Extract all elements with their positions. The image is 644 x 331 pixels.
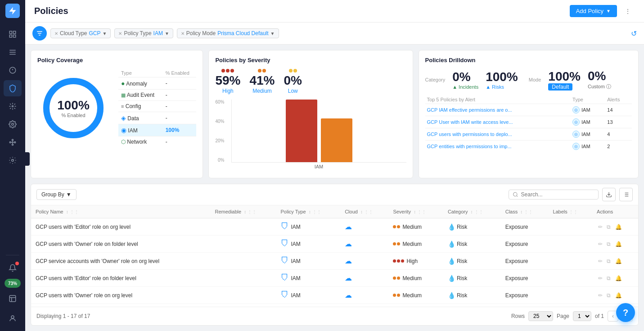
alert-action[interactable]: 🔔 [615, 275, 622, 281]
coverage-panel-title: Policy Coverage [37, 57, 196, 63]
filter-chip-policy-type[interactable]: ✕ Policy Type IAM ▼ [114, 28, 173, 38]
category-cell: 💧 Risk [443, 253, 501, 270]
sidebar-item-dashboard[interactable] [4, 26, 22, 42]
svg-rect-0 [9, 31, 12, 33]
severity-chart-container: 60% 40% 20% 0% IAM [215, 100, 406, 172]
filter-chip-policy-mode[interactable]: ✕ Policy Mode Prisma Cloud Default ▼ [177, 28, 279, 38]
drilldown-alerts: 4 [605, 128, 632, 141]
group-by-label: Group By [41, 191, 64, 198]
default-badge: Default [548, 83, 572, 91]
clone-action[interactable]: ⧉ [607, 275, 611, 281]
policy-type-cell: ⛉ IAM [276, 287, 341, 304]
sidebar-item-notification[interactable] [4, 260, 22, 276]
filter-chip-cloud-type-close[interactable]: ✕ [54, 31, 58, 36]
alert-action[interactable]: 🔔 [615, 224, 622, 230]
policy-name-cell: GCP users with 'Editor' role on folder l… [31, 270, 210, 287]
edit-action[interactable]: ✏ [598, 275, 603, 281]
drilldown-policy-name[interactable]: GCP IAM effective permissions are o... [425, 104, 571, 116]
table-section: Group By ▼ Policy Name ↕ ⋮⋮ Remediable ↕… [31, 184, 639, 326]
edit-action[interactable]: ✏ [598, 258, 603, 264]
sidebar-item-shield[interactable] [4, 80, 22, 96]
alert-action[interactable]: 🔔 [615, 258, 622, 264]
policy-type-cell: ⛉ IAM [276, 253, 341, 270]
coverage-row: ● Anomaly- [118, 77, 196, 90]
drilldown-policy-name[interactable]: GCP users with permissions to deplo... [425, 128, 571, 141]
drilldown-policy-name[interactable]: GCP entities with permissions to imp... [425, 141, 571, 153]
drilldown-stats: Category 0% ▲ Incidents 100% ▲ Risks Mod… [425, 69, 632, 90]
alert-action[interactable]: 🔔 [615, 292, 622, 299]
policy-name-cell: GCP users with 'Owner' role on org level [31, 287, 210, 304]
coverage-row: ◈ Data- [118, 112, 196, 124]
col-severity[interactable]: Severity ↕ ⋮⋮ [388, 205, 443, 218]
search-input[interactable] [521, 191, 594, 198]
security-score-badge[interactable]: 73% [5, 279, 21, 288]
mode-default-stat: 100% Default [548, 69, 581, 90]
svg-rect-2 [9, 35, 12, 37]
edit-action[interactable]: ✏ [598, 241, 603, 247]
sidebar-expand-tab[interactable] [25, 152, 30, 166]
col-class[interactable]: Class ↕ ⋮⋮ [501, 205, 549, 218]
col-policy-name[interactable]: Policy Name ↕ ⋮⋮ [31, 205, 210, 218]
more-options-button[interactable]: ⋮ [621, 4, 635, 18]
app-logo[interactable] [5, 4, 20, 18]
drilldown-policy-name[interactable]: GCP User with IAM write access leve... [425, 116, 571, 128]
class-cell: Exposure [501, 218, 549, 236]
actions-cell: ✏ ⧉ 🔔 [592, 270, 638, 287]
class-cell: Exposure [501, 253, 549, 270]
sidebar-item-menu[interactable] [4, 44, 22, 60]
sidebar-item-gear[interactable] [4, 152, 22, 168]
mode-default-pct: 100% [548, 69, 581, 84]
filter-chip-cloud-type-caret: ▼ [103, 31, 107, 36]
col-policy-type[interactable]: Policy Type ↕ ⋮⋮ [276, 205, 341, 218]
clone-action[interactable]: ⧉ [607, 258, 611, 264]
col-category[interactable]: Category ↕ ⋮⋮ [443, 205, 501, 218]
clone-action[interactable]: ⧉ [607, 241, 611, 247]
edit-action[interactable]: ✏ [598, 224, 603, 230]
coverage-type-cell: ◈ Data [118, 112, 163, 124]
page-select[interactable]: 1 [573, 311, 591, 321]
actions-cell: ✏ ⧉ 🔔 [592, 287, 638, 304]
download-button[interactable] [602, 188, 616, 201]
clone-action[interactable]: ⧉ [607, 224, 611, 230]
severity-cell: Medium [388, 287, 443, 304]
sidebar-item-profile[interactable] [4, 310, 22, 326]
remediable-cell [210, 236, 276, 253]
edit-action[interactable]: ✏ [598, 292, 603, 299]
col-remediable[interactable]: Remediable ↕ ⋮⋮ [210, 205, 276, 218]
clone-action[interactable]: ⧉ [607, 292, 611, 299]
drilldown-row: GCP users with permissions to deplo... ◎… [425, 128, 632, 141]
sidebar-item-alerts[interactable] [4, 62, 22, 78]
filter-chip-policy-type-close[interactable]: ✕ [118, 31, 122, 36]
rows-select[interactable]: 2550100 [528, 311, 553, 321]
svg-rect-3 [14, 35, 16, 37]
sidebar-item-settings[interactable] [4, 116, 22, 132]
drilldown-row: GCP entities with permissions to imp... … [425, 141, 632, 153]
filter-chip-policy-mode-caret: ▼ [270, 31, 275, 36]
policies-table: Policy Name ↕ ⋮⋮ Remediable ↕ ⋮⋮ Policy … [31, 205, 638, 307]
sidebar-item-reports[interactable] [4, 290, 22, 307]
category-label: Category [425, 77, 446, 82]
drilldown-row: GCP User with IAM write access leve... ◎… [425, 116, 632, 128]
add-policy-button[interactable]: Add Policy ▼ [570, 5, 617, 17]
group-by-button[interactable]: Group By ▼ [36, 189, 77, 200]
sidebar-item-api[interactable] [4, 98, 22, 114]
bar-high [286, 100, 317, 162]
columns-button[interactable] [619, 188, 633, 201]
search-box[interactable] [509, 190, 599, 200]
help-button[interactable]: ? [616, 303, 635, 322]
filter-chip-cloud-type[interactable]: ✕ Cloud Type GCP ▼ [50, 28, 111, 38]
actions-cell: ✏ ⧉ 🔔 [592, 236, 638, 253]
sidebar-item-network[interactable] [4, 134, 22, 150]
alert-action[interactable]: 🔔 [615, 241, 622, 247]
mode-custom-stat: 0% Custom ⓘ [588, 69, 611, 90]
filter-chip-policy-type-value: IAM [153, 30, 163, 36]
labels-cell [548, 218, 592, 236]
custom-label: Custom ⓘ [588, 83, 611, 90]
filter-chip-policy-mode-close[interactable]: ✕ [181, 31, 185, 36]
coverage-value-cell: - [163, 77, 197, 90]
drilldown-table: Top 5 Policies by Alert Type Alerts GCP … [425, 95, 632, 152]
filter-chip-policy-type-label: Policy Type [124, 30, 151, 36]
col-labels[interactable]: Labels ⋮⋮ [548, 205, 592, 218]
filter-reset-button[interactable]: ↺ [631, 29, 637, 38]
col-cloud[interactable]: Cloud ↕ ⋮⋮ [340, 205, 388, 218]
